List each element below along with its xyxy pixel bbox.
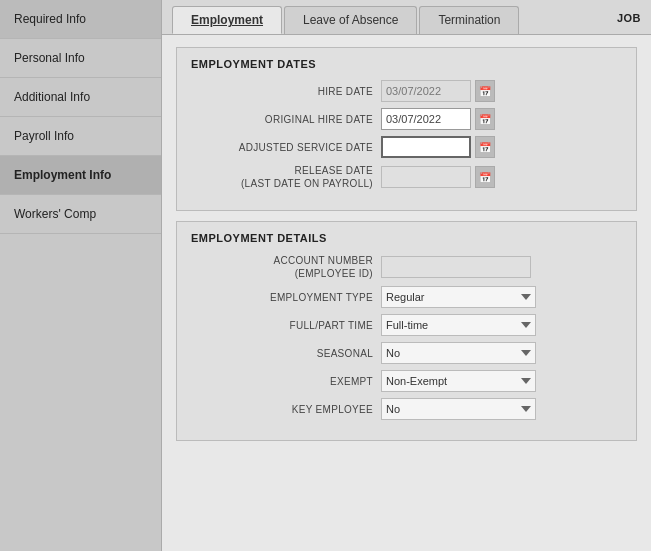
- full-part-time-select[interactable]: Full-time Part-time: [381, 314, 536, 336]
- adjusted-service-date-control: 📅: [381, 136, 495, 158]
- tab-bar: Employment Leave of Absence Termination …: [162, 0, 651, 35]
- employment-dates-header: EMPLOYMENT DATES: [191, 58, 622, 70]
- sidebar: Required Info Personal Info Additional I…: [0, 0, 162, 551]
- adjusted-service-date-row: ADJUSTED SERVICE DATE 📅: [191, 136, 622, 158]
- seasonal-label: SEASONAL: [191, 347, 381, 360]
- original-hire-date-control: 📅: [381, 108, 495, 130]
- full-part-time-label: FULL/PART TIME: [191, 319, 381, 332]
- main-inner: Employment Leave of Absence Termination …: [162, 0, 651, 551]
- sidebar-item-additional-info[interactable]: Additional Info: [0, 78, 161, 117]
- original-hire-date-row: ORIGINAL HIRE DATE 📅: [191, 108, 622, 130]
- sidebar-item-employment-info[interactable]: Employment Info: [0, 156, 161, 195]
- tab-content: EMPLOYMENT DATES HIRE DATE 📅 ORIGINAL HI…: [162, 35, 651, 551]
- key-employee-select[interactable]: No Yes: [381, 398, 536, 420]
- release-date-label: RELEASE DATE (LAST DATE ON PAYROLL): [191, 164, 381, 190]
- exempt-label: EXEMPT: [191, 375, 381, 388]
- seasonal-row: SEASONAL No Yes: [191, 342, 622, 364]
- hire-date-calendar-button[interactable]: 📅: [475, 80, 495, 102]
- sidebar-item-workers-comp[interactable]: Workers' Comp: [0, 195, 161, 234]
- main-panel: Employment Leave of Absence Termination …: [162, 0, 651, 551]
- release-date-calendar-button[interactable]: 📅: [475, 166, 495, 188]
- hire-date-row: HIRE DATE 📅: [191, 80, 622, 102]
- original-hire-date-input[interactable]: [381, 108, 471, 130]
- exempt-row: EXEMPT Non-Exempt Exempt: [191, 370, 622, 392]
- tab-termination[interactable]: Termination: [419, 6, 519, 34]
- sidebar-item-required-info[interactable]: Required Info: [0, 0, 161, 39]
- account-number-input[interactable]: [381, 256, 531, 278]
- employment-dates-section: EMPLOYMENT DATES HIRE DATE 📅 ORIGINAL HI…: [176, 47, 637, 211]
- employment-details-section: EMPLOYMENT DETAILS ACCOUNT NUMBER (EMPLO…: [176, 221, 637, 441]
- hire-date-control: 📅: [381, 80, 495, 102]
- key-employee-row: KEY EMPLOYEE No Yes: [191, 398, 622, 420]
- original-hire-date-calendar-button[interactable]: 📅: [475, 108, 495, 130]
- account-number-control: [381, 256, 531, 278]
- adjusted-service-date-label: ADJUSTED SERVICE DATE: [191, 141, 381, 154]
- account-number-row: ACCOUNT NUMBER (EMPLOYEE ID): [191, 254, 622, 280]
- job-section-label: JOB: [617, 12, 641, 24]
- original-hire-date-label: ORIGINAL HIRE DATE: [191, 113, 381, 126]
- release-date-control: 📅: [381, 166, 495, 188]
- full-part-time-row: FULL/PART TIME Full-time Part-time: [191, 314, 622, 336]
- account-number-label: ACCOUNT NUMBER (EMPLOYEE ID): [191, 254, 381, 280]
- seasonal-select[interactable]: No Yes: [381, 342, 536, 364]
- release-date-row: RELEASE DATE (LAST DATE ON PAYROLL) 📅: [191, 164, 622, 190]
- employment-type-control: Regular Temporary Contractor Intern: [381, 286, 536, 308]
- adjusted-service-date-calendar-button[interactable]: 📅: [475, 136, 495, 158]
- exempt-control: Non-Exempt Exempt: [381, 370, 536, 392]
- employment-type-label: EMPLOYMENT TYPE: [191, 291, 381, 304]
- employment-type-row: EMPLOYMENT TYPE Regular Temporary Contra…: [191, 286, 622, 308]
- employment-details-header: EMPLOYMENT DETAILS: [191, 232, 622, 244]
- release-date-input[interactable]: [381, 166, 471, 188]
- sidebar-item-payroll-info[interactable]: Payroll Info: [0, 117, 161, 156]
- tab-employment[interactable]: Employment: [172, 6, 282, 34]
- hire-date-label: HIRE DATE: [191, 85, 381, 98]
- key-employee-label: KEY EMPLOYEE: [191, 403, 381, 416]
- key-employee-control: No Yes: [381, 398, 536, 420]
- full-part-time-control: Full-time Part-time: [381, 314, 536, 336]
- sidebar-item-personal-info[interactable]: Personal Info: [0, 39, 161, 78]
- exempt-select[interactable]: Non-Exempt Exempt: [381, 370, 536, 392]
- hire-date-input[interactable]: [381, 80, 471, 102]
- seasonal-control: No Yes: [381, 342, 536, 364]
- adjusted-service-date-input[interactable]: [381, 136, 471, 158]
- tab-leave-of-absence[interactable]: Leave of Absence: [284, 6, 417, 34]
- employment-type-select[interactable]: Regular Temporary Contractor Intern: [381, 286, 536, 308]
